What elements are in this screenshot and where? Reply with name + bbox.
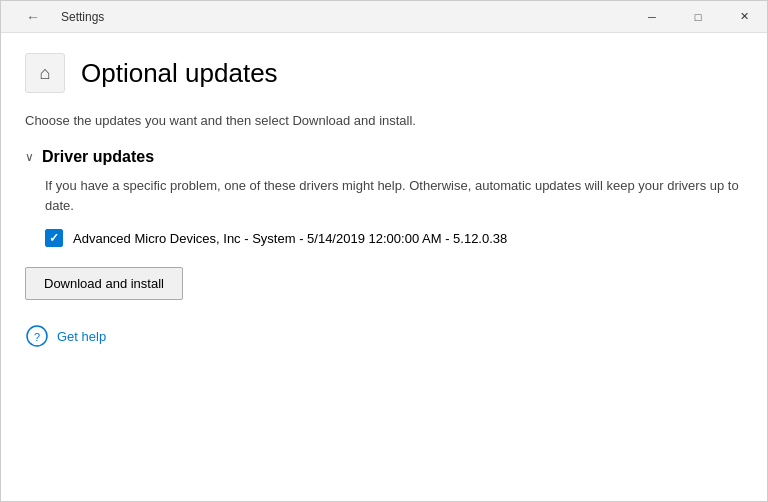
close-button[interactable]: ✕ xyxy=(721,1,767,33)
content-area: ⌂ Optional updates Choose the updates yo… xyxy=(1,33,767,501)
page-header: ⌂ Optional updates xyxy=(25,53,743,93)
help-bubble-icon: ? xyxy=(25,324,49,348)
settings-window: ← Settings ─ □ ✕ ⌂ Optional updates Choo… xyxy=(0,0,768,502)
back-button[interactable]: ← xyxy=(13,1,53,33)
titlebar-controls: ─ □ ✕ xyxy=(629,1,767,33)
home-symbol: ⌂ xyxy=(40,63,51,84)
driver-updates-section: ∨ Driver updates If you have a specific … xyxy=(25,148,743,247)
back-icon: ← xyxy=(26,9,40,25)
checkmark-icon: ✓ xyxy=(49,232,59,244)
driver-item: ✓ Advanced Micro Devices, Inc - System -… xyxy=(45,229,743,247)
checkbox-box: ✓ xyxy=(45,229,63,247)
maximize-button[interactable]: □ xyxy=(675,1,721,33)
page-title: Optional updates xyxy=(81,58,278,89)
download-install-button[interactable]: Download and install xyxy=(25,267,183,300)
driver-updates-header[interactable]: ∨ Driver updates xyxy=(25,148,743,166)
driver-checkbox[interactable]: ✓ xyxy=(45,229,63,247)
get-help-link[interactable]: Get help xyxy=(57,329,106,344)
chevron-down-icon: ∨ xyxy=(25,150,34,164)
driver-updates-title: Driver updates xyxy=(42,148,154,166)
main-content: ⌂ Optional updates Choose the updates yo… xyxy=(1,33,767,501)
driver-updates-description: If you have a specific problem, one of t… xyxy=(45,176,743,215)
minimize-button[interactable]: ─ xyxy=(629,1,675,33)
svg-text:?: ? xyxy=(34,331,40,343)
home-icon: ⌂ xyxy=(25,53,65,93)
titlebar-title: Settings xyxy=(61,10,104,24)
titlebar-left: ← Settings xyxy=(13,1,104,33)
titlebar: ← Settings ─ □ ✕ xyxy=(1,1,767,33)
driver-label: Advanced Micro Devices, Inc - System - 5… xyxy=(73,231,507,246)
page-subtitle: Choose the updates you want and then sel… xyxy=(25,113,743,128)
help-section: ? Get help xyxy=(25,324,743,348)
